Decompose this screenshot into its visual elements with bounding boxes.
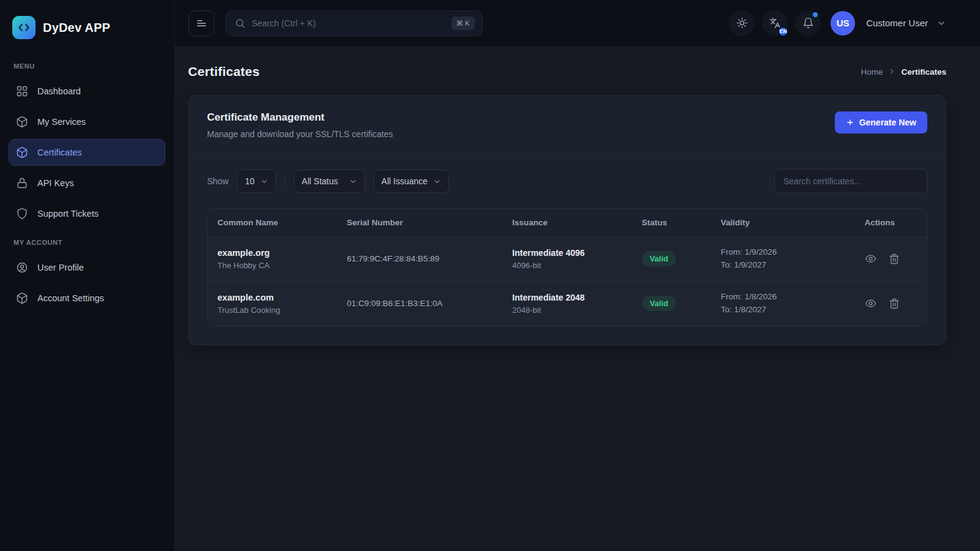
user-avatar[interactable]: US — [831, 11, 855, 36]
card-subtitle: Manage and download your SSL/TLS certifi… — [207, 129, 393, 139]
chevron-down-icon — [349, 178, 357, 186]
breadcrumb-chevron-icon — [888, 67, 896, 76]
table-header-row: Common Name Serial Number Issuance Statu… — [208, 209, 927, 237]
user-menu-chevron-icon[interactable] — [937, 18, 946, 28]
top-header: ⌘ K EN US Customer User — [175, 0, 980, 46]
sidebar-section-menu: MENU — [0, 53, 174, 76]
sidebar-item-label: My Services — [37, 117, 86, 127]
theme-toggle-button[interactable] — [729, 10, 755, 36]
filter-divider — [285, 174, 285, 188]
col-serial-number: Serial Number — [337, 209, 502, 237]
lock-icon — [16, 177, 28, 189]
sidebar-item-support-tickets[interactable]: Support Tickets — [9, 200, 165, 227]
breadcrumb-current: Certificates — [901, 67, 946, 77]
sidebar-item-label: Dashboard — [37, 86, 81, 96]
shield-icon — [16, 208, 28, 220]
cert-key-size: 2048-bit — [512, 305, 622, 315]
view-certificate-button[interactable] — [865, 253, 876, 264]
cert-valid-from: From: 1/8/2026 — [721, 291, 845, 304]
table-filters: Show 10 All Status All Issuance — [189, 154, 946, 204]
eye-icon — [865, 298, 876, 309]
cert-issuance-type: Intermediate 2048 — [512, 293, 622, 302]
sun-icon — [736, 17, 748, 29]
language-badge: EN — [778, 26, 788, 37]
user-name[interactable]: Customer User — [866, 18, 928, 28]
certificates-table: Common Name Serial Number Issuance Statu… — [208, 209, 927, 326]
trash-icon — [889, 298, 900, 309]
row-actions — [865, 253, 917, 264]
cert-valid-to: To: 1/9/2027 — [721, 259, 845, 272]
page-size-select[interactable]: 10 — [237, 170, 276, 193]
cert-common-name: example.org — [217, 248, 327, 258]
global-search: ⌘ K — [225, 10, 483, 36]
cert-issuer: The Hobby CA — [217, 261, 327, 270]
page-size-value: 10 — [245, 176, 255, 186]
card-header-text: Certificate Management Manage and downlo… — [207, 111, 393, 139]
app-logo[interactable]: DyDev APP — [0, 0, 174, 53]
card-header: Certificate Management Manage and downlo… — [189, 96, 946, 154]
translate-icon — [769, 17, 781, 29]
app-title: DyDev APP — [43, 21, 110, 35]
cert-key-size: 4096-bit — [512, 261, 622, 270]
cert-issuer: TrustLab Cooking — [217, 305, 327, 315]
certificate-search-input[interactable] — [774, 169, 927, 193]
sidebar-item-label: API Keys — [37, 178, 74, 188]
cert-valid-to: To: 1/8/2027 — [721, 304, 845, 317]
view-certificate-button[interactable] — [865, 298, 876, 309]
generate-new-button[interactable]: Generate New — [835, 111, 927, 133]
trash-icon — [889, 253, 900, 264]
table-row: example.com TrustLab Cooking 01:C9:09:B6… — [208, 281, 927, 325]
breadcrumb: Home Certificates — [861, 67, 946, 77]
status-badge: Valid — [642, 296, 676, 311]
logo-icon — [12, 16, 36, 39]
chevron-down-icon — [260, 178, 268, 186]
sidebar: DyDev APP MENU Dashboard My Services Cer… — [0, 0, 175, 551]
settings-cube-icon — [16, 292, 28, 304]
global-search-input[interactable] — [252, 18, 445, 28]
col-actions: Actions — [855, 209, 927, 237]
row-actions — [865, 298, 917, 309]
certificates-table-wrap: Common Name Serial Number Issuance Statu… — [207, 208, 927, 326]
notifications-button[interactable] — [795, 10, 821, 36]
generate-new-label: Generate New — [859, 118, 916, 127]
sidebar-toggle-button[interactable] — [189, 10, 214, 36]
sidebar-item-dashboard[interactable]: Dashboard — [9, 78, 165, 105]
card-title: Certificate Management — [207, 111, 393, 124]
main-column: ⌘ K EN US Customer User Certificates — [175, 0, 980, 551]
cert-common-name: example.com — [217, 293, 327, 302]
page-content: Certificates Home Certificates Certifica… — [175, 46, 980, 551]
sidebar-section-my-account: MY ACCOUNT — [0, 229, 174, 252]
header-actions: EN US Customer User — [729, 10, 946, 36]
table-row: example.org The Hobby CA 61:79:9C:4F:28:… — [208, 237, 927, 282]
status-badge: Valid — [642, 251, 676, 266]
issuance-filter-value: All Issuance — [382, 176, 428, 186]
dashboard-grid-icon — [16, 85, 28, 97]
show-label: Show — [207, 176, 228, 186]
sidebar-item-label: Account Settings — [37, 293, 104, 303]
certificate-management-card: Certificate Management Manage and downlo… — [188, 95, 946, 345]
page-title: Certificates — [188, 64, 260, 79]
breadcrumb-home-link[interactable]: Home — [861, 67, 883, 77]
sidebar-item-account-settings[interactable]: Account Settings — [9, 285, 165, 312]
chevron-down-icon — [433, 178, 441, 186]
status-filter-select[interactable]: All Status — [294, 170, 365, 193]
col-common-name: Common Name — [208, 209, 337, 237]
sidebar-item-api-keys[interactable]: API Keys — [9, 170, 165, 197]
col-status: Status — [632, 209, 711, 237]
sidebar-item-my-services[interactable]: My Services — [9, 108, 165, 135]
notification-dot — [813, 12, 818, 17]
issuance-filter-select[interactable]: All Issuance — [374, 170, 449, 193]
cert-serial: 61:79:9C:4F:28:84:B5:89 — [337, 237, 502, 282]
page-head: Certificates Home Certificates — [188, 64, 946, 79]
sidebar-item-label: Certificates — [37, 148, 82, 157]
search-shortcut-badge: ⌘ K — [451, 17, 475, 30]
certificate-cube-icon — [16, 146, 28, 159]
language-selector-button[interactable]: EN — [762, 10, 788, 36]
delete-certificate-button[interactable] — [889, 298, 900, 309]
sidebar-item-user-profile[interactable]: User Profile — [9, 254, 165, 281]
col-issuance: Issuance — [502, 209, 631, 237]
sidebar-item-certificates[interactable]: Certificates — [9, 139, 165, 166]
delete-certificate-button[interactable] — [889, 253, 900, 264]
user-circle-icon — [16, 261, 28, 274]
col-validity: Validity — [711, 209, 855, 237]
